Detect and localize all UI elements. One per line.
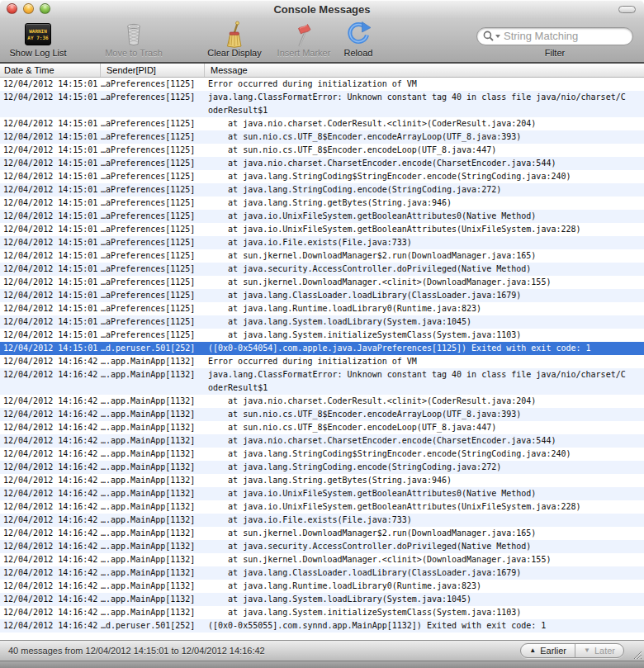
cell-sender: …aPreferences[1125] (101, 78, 205, 91)
log-row[interactable]: 12/04/2012 14:16:42 ….app.MainApp[1132] … (0, 606, 644, 619)
cell-message: at java.lang.StringCoding$StringEncoder.… (205, 170, 644, 183)
cell-sender: ….app.MainApp[1132] (101, 434, 205, 448)
log-row[interactable]: 12/04/2012 14:15:01 …aPreferences[1125] … (0, 249, 644, 263)
log-row[interactable]: 12/04/2012 14:16:42 ….app.MainApp[1132] … (0, 527, 644, 540)
log-row[interactable]: 12/04/2012 14:15:01 …aPreferences[1125] … (0, 236, 644, 249)
log-row[interactable]: 12/04/2012 14:16:42 ….app.MainApp[1132] … (0, 461, 644, 474)
log-row[interactable]: 12/04/2012 14:15:01 …aPreferences[1125] … (0, 223, 644, 236)
cell-message: at java.nio.charset.CharsetEncoder.encod… (205, 434, 644, 448)
column-header-date[interactable]: Date & Time (0, 64, 101, 77)
cell-message: at java.lang.Runtime.loadLibrary0(Runtim… (205, 302, 644, 315)
cell-date: 12/04/2012 14:16:42 (0, 448, 101, 461)
log-row[interactable]: 12/04/2012 14:15:01 …aPreferences[1125] … (0, 315, 644, 329)
insert-marker-button[interactable]: Insert Marker (271, 20, 337, 59)
log-row[interactable]: 12/04/2012 14:15:01 …aPreferences[1125] … (0, 210, 644, 223)
cell-sender: ….app.MainApp[1132] (101, 606, 205, 619)
log-row[interactable]: 12/04/2012 14:15:01 …aPreferences[1125] … (0, 117, 644, 130)
close-button[interactable] (7, 3, 17, 14)
log-row[interactable]: 12/04/2012 14:16:42 ….app.MainApp[1132] … (0, 395, 644, 408)
filter-input[interactable] (504, 30, 626, 42)
column-header-message[interactable]: Message (205, 64, 644, 77)
log-row[interactable]: 12/04/2012 14:16:42 ….app.MainApp[1132] … (0, 421, 644, 434)
log-row[interactable]: 12/04/2012 14:15:01 …aPreferences[1125] … (0, 263, 644, 276)
cell-sender: ….app.MainApp[1132] (101, 514, 205, 527)
cell-message: at java.nio.charset.CharsetEncoder.encod… (205, 157, 644, 170)
log-row[interactable]: 12/04/2012 14:15:01 …aPreferences[1125] … (0, 170, 644, 183)
filter-field[interactable] (476, 27, 633, 45)
minimize-button[interactable] (23, 3, 34, 14)
log-row[interactable]: 12/04/2012 14:15:01 …aPreferences[1125] … (0, 78, 644, 91)
cell-sender: ….app.MainApp[1132] (101, 474, 205, 487)
cell-date: 12/04/2012 14:15:01 (0, 315, 101, 329)
log-row[interactable]: 12/04/2012 14:15:01 …aPreferences[1125] … (0, 197, 644, 210)
cell-sender: ….app.MainApp[1132] (101, 355, 205, 368)
later-button[interactable]: ▼ Later (575, 644, 623, 657)
insert-marker-label: Insert Marker (277, 48, 331, 59)
log-row[interactable]: 12/04/2012 14:15:01 …aPreferences[1125] … (0, 91, 644, 117)
cell-date: 12/04/2012 14:16:42 (0, 395, 101, 408)
cell-message: Error occurred during initialization of … (205, 355, 644, 368)
cell-date: 12/04/2012 14:15:01 (0, 117, 101, 130)
flag-icon (291, 21, 317, 48)
log-row[interactable]: 12/04/2012 14:15:01 …aPreferences[1125] … (0, 130, 644, 144)
log-row[interactable]: 12/04/2012 14:16:42 ….app.MainApp[1132] … (0, 448, 644, 461)
log-row[interactable]: 12/04/2012 14:16:42 ….app.MainApp[1132] … (0, 487, 644, 500)
cell-sender: …aPreferences[1125] (101, 289, 205, 302)
log-row[interactable]: 12/04/2012 14:16:42 ….app.MainApp[1132] … (0, 514, 644, 527)
cell-message: at java.lang.StringCoding$StringEncoder.… (205, 448, 644, 461)
cell-message: java.lang.ClassFormatError: Unknown cons… (205, 91, 644, 117)
cell-date: 12/04/2012 14:16:42 (0, 500, 101, 514)
log-row[interactable]: 12/04/2012 14:16:42 ….app.MainApp[1132] … (0, 355, 644, 368)
log-row[interactable]: 12/04/2012 14:16:42 ….app.MainApp[1132] … (0, 500, 644, 514)
log-row[interactable]: 12/04/2012 14:15:01 …aPreferences[1125] … (0, 289, 644, 302)
log-row[interactable]: 12/04/2012 14:16:42 ….app.MainApp[1132] … (0, 434, 644, 448)
log-row[interactable]: 12/04/2012 14:16:42 ….app.MainApp[1132] … (0, 553, 644, 566)
cell-message: at java.lang.StringCoding.encode(StringC… (205, 461, 644, 474)
cell-sender: …aPreferences[1125] (101, 315, 205, 329)
window-title: Console Messages (273, 3, 370, 16)
move-to-trash-button[interactable]: Move to Trash (96, 20, 172, 59)
cell-message: java.lang.ClassFormatError: Unknown cons… (205, 368, 644, 395)
log-row[interactable]: 12/04/2012 14:16:42 ….app.MainApp[1132] … (0, 474, 644, 487)
cell-sender: …aPreferences[1125] (101, 183, 205, 197)
zoom-button[interactable] (40, 3, 50, 14)
show-log-list-button[interactable]: WARNIN AY 7:36 Show Log List (2, 20, 74, 59)
earlier-later-control: ▲ Earlier ▼ Later (520, 643, 624, 658)
log-row[interactable]: 12/04/2012 14:15:01 …aPreferences[1125] … (0, 302, 644, 315)
cell-sender: …aPreferences[1125] (101, 223, 205, 236)
log-row[interactable]: 12/04/2012 14:15:01 …aPreferences[1125] … (0, 276, 644, 289)
column-header-sender[interactable]: Sender[PID] (101, 64, 205, 77)
cell-message: at java.lang.System.loadLibrary(System.j… (205, 593, 644, 606)
reload-button[interactable]: Reload (337, 20, 380, 59)
log-row[interactable]: 12/04/2012 14:15:01 …aPreferences[1125] … (0, 144, 644, 157)
toolbar-toggle-button[interactable] (618, 6, 636, 13)
cell-message: at java.lang.String.getBytes(String.java… (205, 474, 644, 487)
log-row[interactable]: 12/04/2012 14:15:01 …aPreferences[1125] … (0, 157, 644, 170)
log-row[interactable]: 12/04/2012 14:16:42 ….app.MainApp[1132] … (0, 408, 644, 421)
log-row[interactable]: 12/04/2012 14:15:01 …d.peruser.501[252] … (0, 342, 644, 355)
cell-sender: …d.peruser.501[252] (101, 342, 205, 355)
cell-message: at java.nio.charset.CoderResult.<clinit>… (205, 395, 644, 408)
log-row[interactable]: 12/04/2012 14:16:42 ….app.MainApp[1132] … (0, 566, 644, 580)
console-window: Console Messages WARNIN AY 7:36 Show Log… (0, 0, 644, 668)
clear-display-button[interactable]: Clear Display (198, 20, 271, 59)
cell-sender: …aPreferences[1125] (101, 157, 205, 170)
log-row[interactable]: 12/04/2012 14:16:42 ….app.MainApp[1132] … (0, 593, 644, 606)
log-row[interactable]: 12/04/2012 14:15:01 …aPreferences[1125] … (0, 329, 644, 342)
log-row[interactable]: 12/04/2012 14:16:42 ….app.MainApp[1132] … (0, 368, 644, 395)
cell-date: 12/04/2012 14:15:01 (0, 236, 101, 249)
cell-date: 12/04/2012 14:15:01 (0, 183, 101, 197)
cell-sender: …aPreferences[1125] (101, 210, 205, 223)
cell-message: at java.lang.ClassLoader.loadLibrary(Cla… (205, 289, 644, 302)
log-row[interactable]: 12/04/2012 14:16:42 …d.peruser.501[252] … (0, 619, 644, 632)
resize-grip[interactable] (631, 648, 642, 660)
log-row[interactable]: 12/04/2012 14:15:01 …aPreferences[1125] … (0, 183, 644, 197)
log-row[interactable]: 12/04/2012 14:16:42 ….app.MainApp[1132] … (0, 540, 644, 553)
search-options-caret-icon[interactable] (495, 35, 500, 38)
window-bottom-edge (0, 661, 644, 668)
log-row[interactable]: 12/04/2012 14:16:42 ….app.MainApp[1132] … (0, 580, 644, 593)
cell-date: 12/04/2012 14:16:42 (0, 566, 101, 580)
cell-sender: …aPreferences[1125] (101, 329, 205, 342)
cell-date: 12/04/2012 14:15:01 (0, 289, 101, 302)
earlier-button[interactable]: ▲ Earlier (521, 644, 575, 657)
